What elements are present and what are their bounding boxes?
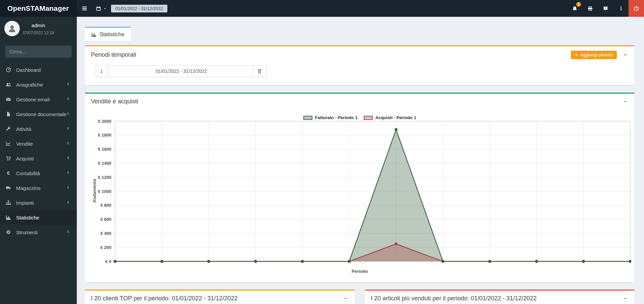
selected-period-chip[interactable]: 01/01/2022 - 31/12/2022 (111, 5, 167, 12)
chart-line-icon (6, 141, 11, 146)
users-icon (6, 82, 11, 87)
sidebar: admin 07/07/2022 12:18 Dashboard Anagraf… (0, 17, 77, 304)
wrench-icon (6, 126, 11, 132)
sidebar-item-label: Gestione email (16, 97, 50, 102)
add-period-label: Aggiungi periodo (580, 52, 613, 57)
top-clients-title: I 20 clienti TOP per il periodo: 01/01/2… (91, 295, 237, 302)
legend-swatch-acquisti (364, 116, 373, 120)
period-row (85, 63, 635, 85)
user-panel: admin 07/07/2022 12:18 (0, 17, 77, 40)
sidebar-toggle-button[interactable] (77, 0, 92, 17)
sidebar-item-label: Attività (16, 126, 31, 132)
sidebar-item-label: Vendite (16, 141, 33, 147)
collapse-top-articles-button[interactable] (622, 295, 629, 302)
chevron-left-icon (66, 200, 70, 204)
user-icon (8, 24, 16, 33)
svg-text:€ 1400: € 1400 (98, 161, 111, 166)
info-button[interactable] (613, 0, 629, 17)
printer-icon (587, 6, 593, 11)
chevron-left-icon (66, 141, 70, 145)
chevron-left-icon (66, 156, 70, 160)
delete-period-button[interactable] (253, 65, 267, 77)
top-right-actions: 1 (567, 0, 644, 17)
chevron-left-icon (66, 230, 70, 234)
sales-chart: Fatturato - Periodo 1 Acquisti - Periodo… (88, 112, 631, 280)
svg-text:€ 400: € 400 (100, 231, 111, 236)
dashboard-icon (6, 67, 11, 72)
add-period-button[interactable]: Aggiungi periodo (571, 51, 617, 59)
collapse-top-clients-button[interactable] (342, 295, 349, 302)
chevron-left-icon (66, 97, 70, 101)
svg-text:€ 0: € 0 (105, 259, 111, 264)
sidebar-item-strumenti[interactable]: Strumenti (0, 225, 77, 240)
legend-item-acquisti: Acquisti - Periodo 1 (364, 115, 416, 120)
sidebar-item-label: Magazzino (16, 185, 41, 191)
sidebar-item-acquisti[interactable]: Acquisti (0, 151, 77, 166)
sidebar-item-gestione-documentale[interactable]: Gestione documentale (0, 107, 77, 121)
collapse-periods-button[interactable] (622, 52, 629, 58)
sidebar-item-attivita[interactable]: Attività (0, 121, 77, 136)
documentation-button[interactable] (598, 0, 613, 17)
sidebar-item-label: Statistiche (16, 215, 39, 220)
file-icon (6, 111, 11, 117)
periods-card: Periodi temporali Aggiungi periodo (85, 45, 635, 85)
logout-button[interactable] (629, 0, 644, 17)
chart-plot-area: € 0€ 200€ 400€ 600€ 800€ 1000€ 1200€ 140… (88, 112, 631, 266)
collapse-sales-button[interactable] (622, 98, 629, 105)
gear-icon (6, 230, 11, 235)
sidebar-item-statistiche[interactable]: Statistiche (0, 210, 77, 225)
sidebar-menu: Dashboard Anagrafiche Gestione email Ges… (0, 62, 77, 240)
svg-text:€ 1600: € 1600 (98, 147, 111, 152)
tab-statistiche[interactable]: Statistiche (85, 27, 131, 41)
sidebar-item-contabilita[interactable]: Contabilità (0, 166, 77, 181)
svg-text:€ 800: € 800 (100, 203, 111, 208)
power-icon (633, 5, 639, 11)
print-button[interactable] (582, 0, 598, 17)
period-range-input[interactable] (110, 65, 253, 77)
svg-text:€ 600: € 600 (100, 217, 111, 222)
svg-text:€ 1200: € 1200 (98, 175, 111, 180)
chevron-left-icon (66, 126, 70, 131)
sidebar-item-label: Acquisti (16, 156, 34, 161)
search-input[interactable] (5, 46, 72, 58)
sidebar-item-magazzino[interactable]: Magazzino (0, 181, 77, 195)
svg-text:€ 1000: € 1000 (98, 189, 111, 194)
euro-icon (6, 170, 11, 176)
sidebar-item-anagrafiche[interactable]: Anagrafiche (0, 77, 77, 92)
sidebar-item-impianti[interactable]: Impianti (0, 195, 77, 210)
sidebar-item-vendite[interactable]: Vendite (0, 136, 77, 151)
chart-bar-icon (6, 215, 11, 220)
minus-icon (623, 296, 628, 301)
app-logo[interactable]: OpenSTAManager (0, 0, 77, 17)
top-bar: OpenSTAManager 01/01/2022 - 31/12/2022 1 (0, 0, 644, 17)
legend-swatch-fatturato (303, 116, 312, 120)
sidebar-item-label: Gestione documentale (16, 111, 66, 117)
hamburger-icon (82, 5, 88, 11)
bell-icon (572, 6, 578, 11)
sales-card-title: Vendite e acquisti (91, 98, 138, 105)
x-axis-title: Periodo (88, 269, 631, 274)
notifications-button[interactable]: 1 (567, 0, 582, 17)
info-icon (619, 6, 624, 11)
sales-purchases-card: Vendite e acquisti Fatturato - Periodo 1… (85, 93, 635, 282)
notification-count-badge: 1 (576, 2, 581, 7)
calendar-icon (96, 6, 101, 11)
avatar (4, 21, 20, 36)
period-picker-button[interactable] (92, 0, 110, 17)
caret-down-icon (103, 7, 107, 10)
legend-item-fatturato: Fatturato - Periodo 1 (303, 115, 358, 120)
sidebar-search (5, 46, 72, 58)
sidebar-item-label: Contabilità (16, 170, 40, 176)
sidebar-item-gestione-email[interactable]: Gestione email (0, 92, 77, 107)
minus-icon (623, 99, 628, 104)
svg-text:€ 1800: € 1800 (98, 133, 111, 138)
periods-card-title: Periodi temporali (91, 51, 136, 58)
chart-legend: Fatturato - Periodo 1 Acquisti - Periodo… (301, 114, 418, 121)
sidebar-item-dashboard[interactable]: Dashboard (0, 62, 77, 77)
plus-icon (575, 53, 578, 57)
sidebar-item-label: Anagrafiche (16, 82, 43, 88)
minus-icon (343, 296, 348, 301)
period-index-input[interactable] (96, 65, 108, 77)
top-navbar: 01/01/2022 - 31/12/2022 1 (77, 0, 644, 17)
sidebar-item-label: Strumenti (16, 230, 38, 235)
